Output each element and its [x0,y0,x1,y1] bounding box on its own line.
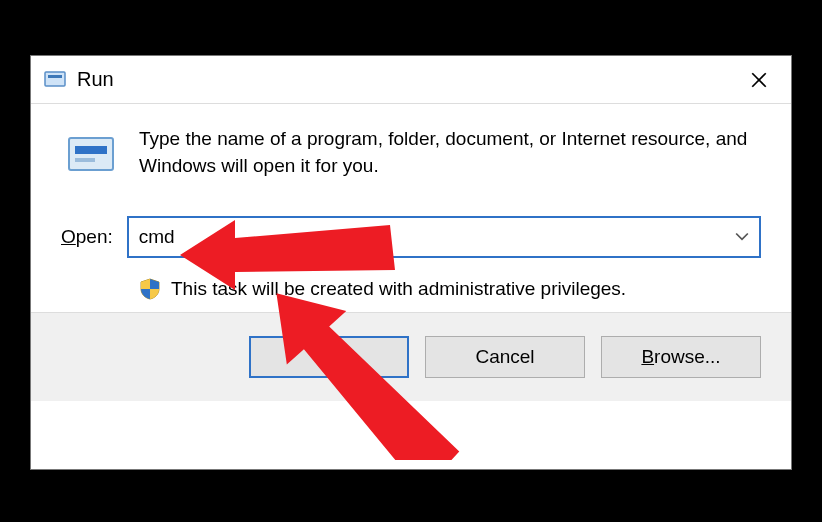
open-label: Open: [61,226,113,248]
run-app-icon [43,68,67,92]
browse-button[interactable]: Browse... [601,336,761,378]
shield-icon [139,278,161,300]
dialog-description: Type the name of a program, folder, docu… [139,126,761,182]
svg-rect-5 [75,146,107,154]
admin-privileges-text: This task will be created with administr… [171,278,626,300]
svg-rect-1 [48,75,62,78]
open-input-value: cmd [139,226,175,248]
run-dialog: Run Type the name of a program, folder, … [30,55,792,470]
cancel-button[interactable]: Cancel [425,336,585,378]
svg-rect-0 [45,72,65,86]
run-large-icon [65,130,117,182]
open-input[interactable]: cmd [127,216,761,258]
titlebar: Run [31,56,791,104]
dialog-footer: OK Cancel Browse... [31,313,791,401]
close-button[interactable] [735,60,783,100]
chevron-down-icon[interactable] [735,229,749,245]
ok-button[interactable]: OK [249,336,409,378]
window-title: Run [77,68,735,91]
svg-rect-6 [75,158,95,162]
dialog-content: Type the name of a program, folder, docu… [31,104,791,313]
